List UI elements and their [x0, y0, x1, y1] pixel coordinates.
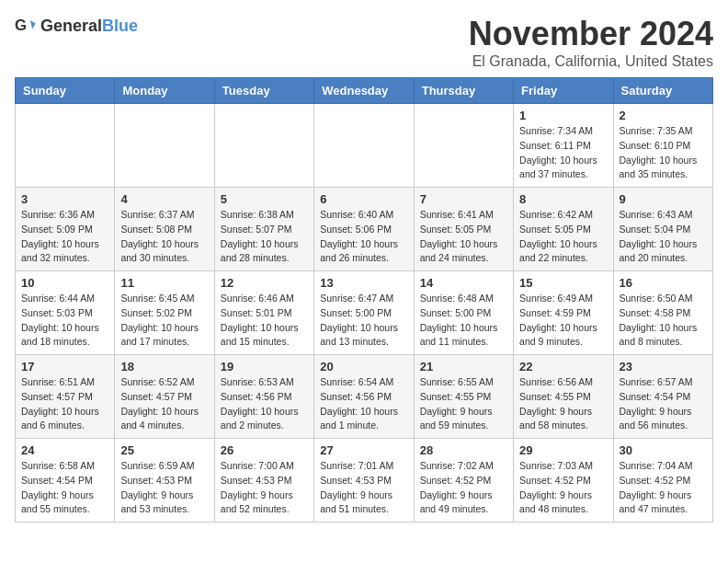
day-number: 30	[620, 443, 707, 457]
day-info: Sunrise: 6:48 AM Sunset: 5:00 PM Dayligh…	[420, 292, 507, 350]
calendar-cell: 17Sunrise: 6:51 AM Sunset: 4:57 PM Dayli…	[16, 355, 115, 439]
calendar-cell: 3Sunrise: 6:36 AM Sunset: 5:09 PM Daylig…	[16, 188, 115, 271]
day-info: Sunrise: 6:36 AM Sunset: 5:09 PM Dayligh…	[21, 208, 108, 266]
logo: G GeneralBlue	[15, 15, 138, 37]
calendar-header-row: SundayMondayTuesdayWednesdayThursdayFrid…	[16, 78, 713, 104]
calendar-cell: 18Sunrise: 6:52 AM Sunset: 4:57 PM Dayli…	[115, 355, 214, 439]
day-number: 7	[420, 192, 507, 206]
calendar-week-row: 10Sunrise: 6:44 AM Sunset: 5:03 PM Dayli…	[16, 271, 713, 355]
calendar-cell	[115, 104, 214, 188]
calendar-cell: 11Sunrise: 6:45 AM Sunset: 5:02 PM Dayli…	[115, 271, 214, 355]
calendar-cell: 12Sunrise: 6:46 AM Sunset: 5:01 PM Dayli…	[214, 271, 313, 355]
day-number: 15	[519, 276, 607, 290]
calendar-cell: 10Sunrise: 6:44 AM Sunset: 5:03 PM Dayli…	[16, 271, 115, 355]
calendar-cell: 14Sunrise: 6:48 AM Sunset: 5:00 PM Dayli…	[414, 271, 513, 355]
day-number: 16	[620, 276, 707, 290]
day-of-week-header: Tuesday	[214, 78, 313, 104]
calendar-cell	[314, 104, 414, 188]
calendar-week-row: 24Sunrise: 6:58 AM Sunset: 4:54 PM Dayli…	[16, 439, 713, 523]
day-number: 22	[519, 360, 607, 373]
calendar-cell: 13Sunrise: 6:47 AM Sunset: 5:00 PM Dayli…	[314, 271, 414, 355]
calendar-cell: 25Sunrise: 6:59 AM Sunset: 4:53 PM Dayli…	[115, 439, 214, 523]
day-number: 4	[120, 192, 208, 206]
logo-icon: G	[15, 15, 37, 37]
day-number: 2	[620, 109, 707, 122]
day-info: Sunrise: 7:04 AM Sunset: 4:52 PM Dayligh…	[620, 459, 707, 517]
day-info: Sunrise: 6:51 AM Sunset: 4:57 PM Dayligh…	[21, 375, 108, 433]
calendar-cell	[414, 104, 513, 188]
location-title: El Granada, California, United States	[469, 53, 713, 70]
calendar-cell: 21Sunrise: 6:55 AM Sunset: 4:55 PM Dayli…	[414, 355, 513, 439]
day-info: Sunrise: 7:02 AM Sunset: 4:52 PM Dayligh…	[420, 459, 507, 517]
day-of-week-header: Thursday	[414, 78, 513, 104]
title-area: November 2024 El Granada, California, Un…	[469, 15, 713, 70]
day-number: 25	[120, 443, 208, 457]
day-number: 11	[120, 276, 208, 290]
day-number: 20	[320, 360, 407, 373]
day-info: Sunrise: 6:50 AM Sunset: 4:58 PM Dayligh…	[620, 292, 707, 350]
day-info: Sunrise: 6:53 AM Sunset: 4:56 PM Dayligh…	[221, 375, 308, 433]
day-number: 6	[320, 192, 407, 206]
day-of-week-header: Sunday	[16, 78, 115, 104]
day-number: 8	[519, 192, 607, 206]
day-info: Sunrise: 6:40 AM Sunset: 5:06 PM Dayligh…	[320, 208, 407, 266]
calendar-cell: 6Sunrise: 6:40 AM Sunset: 5:06 PM Daylig…	[314, 188, 414, 271]
day-info: Sunrise: 6:41 AM Sunset: 5:05 PM Dayligh…	[420, 208, 507, 266]
day-info: Sunrise: 6:59 AM Sunset: 4:53 PM Dayligh…	[120, 459, 208, 517]
day-number: 5	[221, 192, 308, 206]
day-info: Sunrise: 6:49 AM Sunset: 4:59 PM Dayligh…	[519, 292, 607, 350]
day-info: Sunrise: 6:37 AM Sunset: 5:08 PM Dayligh…	[120, 208, 208, 266]
svg-text:G: G	[15, 17, 27, 34]
day-info: Sunrise: 7:35 AM Sunset: 6:10 PM Dayligh…	[620, 124, 707, 182]
calendar-cell: 15Sunrise: 6:49 AM Sunset: 4:59 PM Dayli…	[514, 271, 613, 355]
calendar-cell: 20Sunrise: 6:54 AM Sunset: 4:56 PM Dayli…	[314, 355, 414, 439]
calendar-cell: 9Sunrise: 6:43 AM Sunset: 5:04 PM Daylig…	[613, 188, 712, 271]
day-of-week-header: Wednesday	[314, 78, 414, 104]
day-number: 26	[221, 443, 308, 457]
day-number: 24	[21, 443, 108, 457]
day-number: 17	[21, 360, 108, 373]
calendar-cell: 24Sunrise: 6:58 AM Sunset: 4:54 PM Dayli…	[16, 439, 115, 523]
day-info: Sunrise: 7:01 AM Sunset: 4:53 PM Dayligh…	[320, 459, 407, 517]
calendar-cell: 23Sunrise: 6:57 AM Sunset: 4:54 PM Dayli…	[613, 355, 712, 439]
calendar-cell: 26Sunrise: 7:00 AM Sunset: 4:53 PM Dayli…	[214, 439, 313, 523]
day-info: Sunrise: 6:55 AM Sunset: 4:55 PM Dayligh…	[420, 375, 507, 433]
calendar-week-row: 3Sunrise: 6:36 AM Sunset: 5:09 PM Daylig…	[16, 188, 713, 271]
day-info: Sunrise: 6:52 AM Sunset: 4:57 PM Dayligh…	[120, 375, 208, 433]
day-number: 27	[320, 443, 407, 457]
calendar-cell: 1Sunrise: 7:34 AM Sunset: 6:11 PM Daylig…	[514, 104, 613, 188]
svg-marker-1	[30, 20, 36, 29]
calendar-cell: 28Sunrise: 7:02 AM Sunset: 4:52 PM Dayli…	[414, 439, 513, 523]
day-info: Sunrise: 6:44 AM Sunset: 5:03 PM Dayligh…	[21, 292, 108, 350]
calendar-table: SundayMondayTuesdayWednesdayThursdayFrid…	[15, 77, 713, 523]
page-header: G GeneralBlue November 2024 El Granada, …	[15, 15, 713, 70]
day-info: Sunrise: 6:46 AM Sunset: 5:01 PM Dayligh…	[221, 292, 308, 350]
day-info: Sunrise: 6:38 AM Sunset: 5:07 PM Dayligh…	[221, 208, 308, 266]
calendar-cell: 5Sunrise: 6:38 AM Sunset: 5:07 PM Daylig…	[214, 188, 313, 271]
day-number: 23	[620, 360, 707, 373]
calendar-cell: 19Sunrise: 6:53 AM Sunset: 4:56 PM Dayli…	[214, 355, 313, 439]
calendar-cell: 30Sunrise: 7:04 AM Sunset: 4:52 PM Dayli…	[613, 439, 712, 523]
day-info: Sunrise: 6:58 AM Sunset: 4:54 PM Dayligh…	[21, 459, 108, 517]
calendar-cell: 2Sunrise: 7:35 AM Sunset: 6:10 PM Daylig…	[613, 104, 712, 188]
day-info: Sunrise: 6:57 AM Sunset: 4:54 PM Dayligh…	[620, 375, 707, 433]
month-title: November 2024	[469, 15, 713, 53]
day-number: 12	[221, 276, 308, 290]
day-info: Sunrise: 6:54 AM Sunset: 4:56 PM Dayligh…	[320, 375, 407, 433]
day-number: 13	[320, 276, 407, 290]
day-number: 9	[620, 192, 707, 206]
logo-blue: Blue	[102, 17, 138, 35]
day-of-week-header: Friday	[514, 78, 613, 104]
day-number: 28	[420, 443, 507, 457]
calendar-week-row: 17Sunrise: 6:51 AM Sunset: 4:57 PM Dayli…	[16, 355, 713, 439]
day-of-week-header: Saturday	[613, 78, 712, 104]
day-number: 3	[21, 192, 108, 206]
day-info: Sunrise: 6:45 AM Sunset: 5:02 PM Dayligh…	[120, 292, 208, 350]
day-info: Sunrise: 6:47 AM Sunset: 5:00 PM Dayligh…	[320, 292, 407, 350]
calendar-cell: 16Sunrise: 6:50 AM Sunset: 4:58 PM Dayli…	[613, 271, 712, 355]
day-number: 19	[221, 360, 308, 373]
day-number: 21	[420, 360, 507, 373]
calendar-week-row: 1Sunrise: 7:34 AM Sunset: 6:11 PM Daylig…	[16, 104, 713, 188]
calendar-cell	[214, 104, 313, 188]
calendar-cell: 4Sunrise: 6:37 AM Sunset: 5:08 PM Daylig…	[115, 188, 214, 271]
